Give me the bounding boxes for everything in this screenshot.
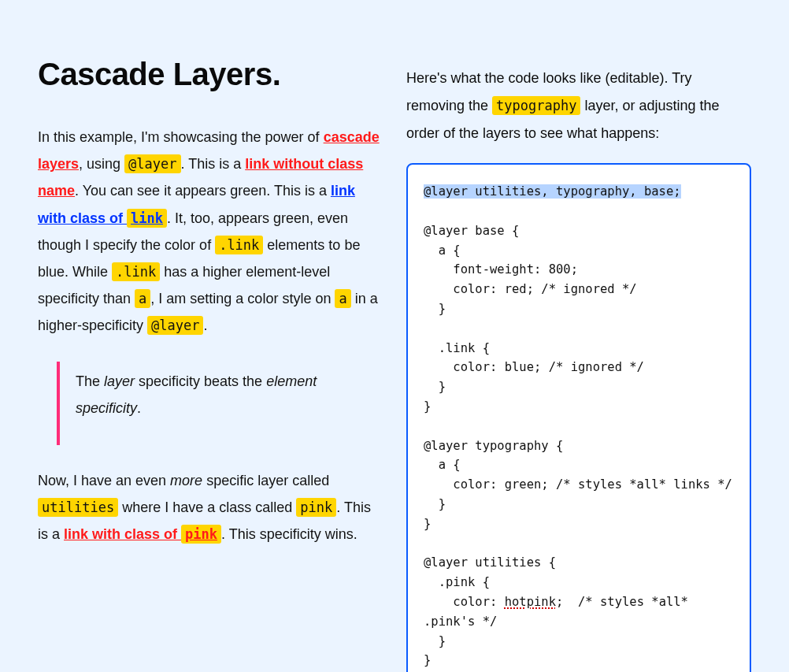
text: In this example, I'm showcasing the powe…	[38, 129, 324, 145]
code-line: a {	[424, 458, 461, 472]
link-with-class-pink[interactable]: link with class of pink	[64, 525, 221, 544]
text: Now, I have an even	[38, 473, 170, 488]
link-text: link with class of	[64, 526, 181, 542]
paragraph-2: Now, I have an even more specific layer …	[38, 467, 383, 548]
em-more: more	[170, 473, 202, 488]
paragraph-1: In this example, I'm showcasing the powe…	[38, 124, 383, 340]
intro-paragraph: Here's what the code looks like (editabl…	[406, 65, 751, 147]
code-line: }	[424, 517, 431, 531]
code-line: .pink {	[424, 575, 490, 589]
code-a: a	[135, 289, 150, 308]
text: where I have a class called	[118, 499, 296, 515]
right-column: Here's what the code looks like (editabl…	[406, 57, 751, 672]
code-line: }	[424, 653, 431, 667]
spellcheck-hotpink: hotpink	[505, 595, 556, 609]
code-editor[interactable]: @layer utilities, typography, base; @lay…	[406, 163, 751, 672]
code-line: color: blue; /* ignored */	[424, 360, 644, 374]
code-line: @layer utilities {	[424, 555, 556, 570]
text: .	[137, 400, 141, 416]
code-line: color: green; /* styles *all* links */	[424, 477, 732, 492]
code-pink: pink	[296, 498, 336, 517]
page-title: Cascade Layers.	[38, 57, 383, 92]
code-line: @layer typography {	[424, 439, 563, 453]
text: specificity beats the	[135, 373, 266, 389]
code-utilities: utilities	[38, 498, 118, 517]
code-line: .link {	[424, 341, 490, 355]
code-line: }	[424, 399, 431, 414]
text: .	[203, 317, 207, 333]
code-line: }	[424, 380, 446, 394]
code-a: a	[335, 289, 350, 308]
code-line: }	[424, 302, 446, 316]
blockquote-text: The layer specificity beats the element …	[76, 368, 383, 421]
code-dot-link: .link	[215, 236, 263, 254]
text: . This specificity wins.	[221, 526, 357, 542]
code-typography: typography	[492, 96, 580, 115]
text: The	[76, 373, 104, 389]
prose-block: In this example, I'm showcasing the powe…	[38, 124, 383, 548]
selected-line: @layer utilities, typography, base;	[424, 184, 681, 199]
text: specific layer called	[202, 473, 329, 488]
left-column: Cascade Layers. In this example, I'm sho…	[38, 57, 383, 672]
code-pink-in-link: pink	[181, 525, 221, 544]
text: . You can see it appears green. This is …	[75, 183, 331, 199]
em-layer: layer	[104, 373, 135, 389]
code-link-in-link: link	[127, 209, 167, 228]
code-at-layer: @layer	[147, 316, 203, 335]
code-line: color: red; /* ignored */	[424, 282, 637, 296]
blockquote: The layer specificity beats the element …	[57, 362, 383, 445]
text: , I am setting a color style on	[150, 291, 335, 306]
code-at-layer: @layer	[124, 154, 180, 173]
code-line: }	[424, 497, 446, 511]
page: Cascade Layers. In this example, I'm sho…	[0, 0, 789, 672]
text: . This is a	[181, 156, 246, 172]
code-line: font-weight: 800;	[424, 262, 578, 277]
code-line: }	[424, 634, 446, 648]
code-line: @layer base {	[424, 224, 519, 238]
code-line: a {	[424, 243, 461, 258]
text: , using	[79, 156, 124, 172]
code-dot-link: .link	[112, 262, 160, 281]
code-line: color: hotpink; /* styles *all* .pink's …	[424, 595, 695, 629]
